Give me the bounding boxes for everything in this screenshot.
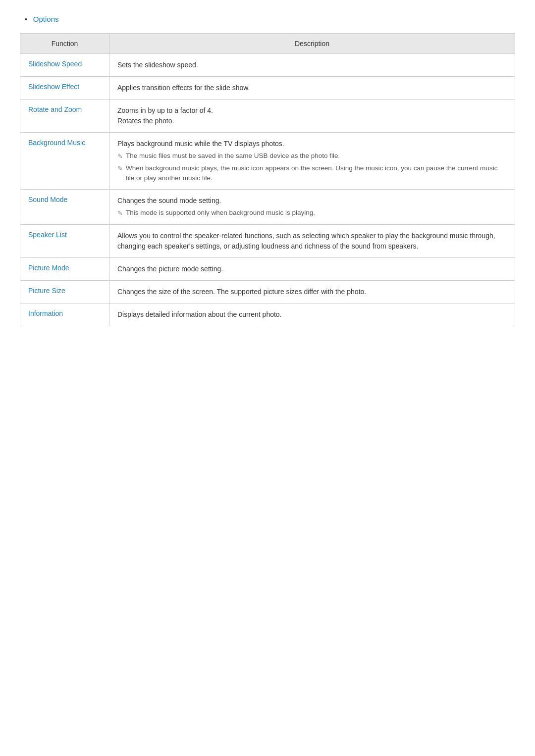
table-cell-function-sound-mode: Sound Mode: [20, 190, 109, 225]
table-row: Background MusicPlays background music w…: [20, 133, 515, 190]
col-header-function: Function: [20, 34, 109, 54]
desc-text-speaker-list: Allows you to control the speaker-relate…: [117, 232, 495, 250]
table-cell-function-slideshow-effect: Slideshow Effect: [20, 77, 109, 100]
note-icon: ✎: [117, 151, 123, 161]
desc-text-picture-mode: Changes the picture mode setting.: [117, 265, 223, 273]
table-row: Picture ModeChanges the picture mode set…: [20, 257, 515, 280]
col-header-description: Description: [109, 34, 515, 54]
table-cell-function-background-music: Background Music: [20, 133, 109, 190]
note-text-background-music-0: The music files must be saved in the sam…: [126, 151, 340, 161]
table-cell-description-speaker-list: Allows you to control the speaker-relate…: [109, 224, 515, 257]
table-cell-description-sound-mode: Changes the sound mode setting.✎This mod…: [109, 190, 515, 225]
desc-text-information: Displays detailed information about the …: [117, 310, 282, 318]
table-cell-function-rotate-and-zoom: Rotate and Zoom: [20, 100, 109, 133]
desc-text-picture-size: Changes the size of the screen. The supp…: [117, 288, 366, 296]
desc-text-background-music: Plays background music while the TV disp…: [117, 140, 284, 148]
function-link-speaker-list[interactable]: Speaker List: [28, 231, 67, 239]
table-cell-function-information: Information: [20, 303, 109, 326]
function-link-information[interactable]: Information: [28, 309, 63, 317]
function-link-slideshow-effect[interactable]: Slideshow Effect: [28, 83, 79, 91]
function-link-picture-mode[interactable]: Picture Mode: [28, 264, 69, 272]
table-cell-description-slideshow-speed: Sets the slideshow speed.: [109, 54, 515, 77]
table-cell-description-picture-size: Changes the size of the screen. The supp…: [109, 280, 515, 303]
table-row: Sound ModeChanges the sound mode setting…: [20, 190, 515, 225]
table-cell-function-speaker-list: Speaker List: [20, 224, 109, 257]
table-cell-description-rotate-and-zoom: Zooms in by up to a factor of 4.Rotates …: [109, 100, 515, 133]
desc-text-sound-mode: Changes the sound mode setting.: [117, 197, 221, 204]
desc-text-rotate-and-zoom: Zooms in by up to a factor of 4.: [117, 106, 213, 114]
breadcrumb: • Options: [20, 15, 515, 23]
desc-note-background-music-0: ✎The music files must be saved in the sa…: [117, 151, 507, 161]
table-cell-description-background-music: Plays background music while the TV disp…: [109, 133, 515, 190]
table-cell-description-slideshow-effect: Applies transition effects for the slide…: [109, 77, 515, 100]
table-row: Speaker ListAllows you to control the sp…: [20, 224, 515, 257]
table-row: Slideshow SpeedSets the slideshow speed.: [20, 54, 515, 77]
note-text-background-music-1: When background music plays, the music i…: [126, 163, 507, 184]
table-row: Rotate and ZoomZooms in by up to a facto…: [20, 100, 515, 133]
options-table: Function Description Slideshow SpeedSets…: [20, 33, 515, 326]
table-row: InformationDisplays detailed information…: [20, 303, 515, 326]
function-link-sound-mode[interactable]: Sound Mode: [28, 196, 67, 203]
desc-note-sound-mode-0: ✎This mode is supported only when backgr…: [117, 208, 507, 218]
desc-text-slideshow-speed: Sets the slideshow speed.: [117, 61, 198, 69]
desc-note-background-music-1: ✎When background music plays, the music …: [117, 163, 507, 184]
table-cell-function-picture-mode: Picture Mode: [20, 257, 109, 280]
breadcrumb-options-link[interactable]: Options: [33, 15, 59, 23]
table-cell-description-information: Displays detailed information about the …: [109, 303, 515, 326]
note-icon: ✎: [117, 164, 123, 174]
function-link-slideshow-speed[interactable]: Slideshow Speed: [28, 60, 82, 68]
note-text-sound-mode-0: This mode is supported only when backgro…: [126, 208, 315, 218]
function-link-background-music[interactable]: Background Music: [28, 139, 85, 147]
desc-text-rotate-and-zoom: Rotates the photo.: [117, 117, 174, 125]
table-row: Picture SizeChanges the size of the scre…: [20, 280, 515, 303]
breadcrumb-bullet: •: [25, 15, 27, 23]
table-row: Slideshow EffectApplies transition effec…: [20, 77, 515, 100]
table-header-row: Function Description: [20, 34, 515, 54]
function-link-rotate-and-zoom[interactable]: Rotate and Zoom: [28, 105, 82, 113]
function-link-picture-size[interactable]: Picture Size: [28, 287, 65, 295]
table-cell-function-picture-size: Picture Size: [20, 280, 109, 303]
note-icon: ✎: [117, 208, 123, 218]
desc-text-slideshow-effect: Applies transition effects for the slide…: [117, 84, 250, 92]
table-cell-function-slideshow-speed: Slideshow Speed: [20, 54, 109, 77]
table-cell-description-picture-mode: Changes the picture mode setting.: [109, 257, 515, 280]
